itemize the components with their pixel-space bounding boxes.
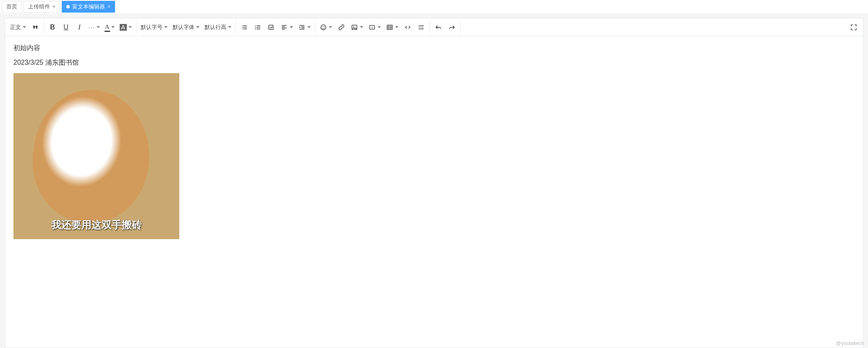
- emoji-button[interactable]: [317, 21, 335, 34]
- ordered-list-button[interactable]: [251, 21, 265, 34]
- chevron-down-icon: [97, 26, 100, 28]
- paragraph-label: 正文: [10, 24, 21, 31]
- code-button[interactable]: [401, 21, 414, 34]
- unordered-list-button[interactable]: [238, 21, 251, 34]
- image-caption: 我还要用这双手搬砖: [13, 218, 179, 232]
- bold-icon: B: [50, 24, 55, 31]
- tab-label: 首页: [6, 3, 17, 11]
- bg-color-button[interactable]: A: [117, 21, 134, 34]
- redo-icon: [448, 24, 456, 31]
- tabs-bar: 首页 上传组件 × 富文本编辑器 ×: [0, 0, 868, 13]
- align-icon: [281, 24, 288, 31]
- svg-rect-0: [269, 25, 273, 29]
- fontfamily-select[interactable]: 默认字体: [170, 21, 202, 34]
- chevron-down-icon: [378, 26, 381, 28]
- fontsize-select[interactable]: 默认字号: [138, 21, 170, 34]
- indent-button[interactable]: [296, 21, 313, 34]
- chevron-down-icon: [360, 26, 363, 28]
- content-image[interactable]: 我还要用这双手搬砖: [13, 73, 179, 239]
- code-icon: [404, 24, 412, 31]
- divider: [44, 21, 44, 34]
- fullscreen-icon: [850, 24, 858, 31]
- tab-label: 富文本编辑器: [72, 3, 105, 11]
- chevron-down-icon: [228, 26, 231, 28]
- tab-home[interactable]: 首页: [2, 1, 22, 13]
- chevron-down-icon: [307, 26, 311, 28]
- divider-button[interactable]: [414, 21, 428, 34]
- undo-icon: [435, 24, 442, 31]
- lineheight-label: 默认行高: [205, 24, 226, 31]
- underline-button[interactable]: U: [59, 21, 73, 34]
- image-button[interactable]: [348, 21, 366, 34]
- link-button[interactable]: [335, 21, 348, 34]
- chevron-down-icon: [164, 26, 168, 28]
- svg-point-3: [324, 26, 325, 27]
- content-line: 初始内容: [13, 44, 855, 53]
- tab-label: 上传组件: [28, 3, 50, 11]
- italic-icon: I: [78, 23, 81, 32]
- close-icon[interactable]: ×: [52, 4, 55, 10]
- lineheight-select[interactable]: 默认行高: [202, 21, 234, 34]
- divider: [460, 21, 461, 34]
- chevron-down-icon: [23, 26, 26, 28]
- chevron-down-icon: [395, 26, 399, 28]
- table-icon: [386, 24, 393, 31]
- divider: [315, 21, 315, 34]
- italic-button[interactable]: I: [73, 21, 86, 34]
- modified-dot-icon: [66, 5, 70, 8]
- content-line: 2023/3/25 浦东图书馆: [13, 58, 855, 67]
- video-icon: [368, 24, 376, 31]
- todo-button[interactable]: [265, 21, 278, 34]
- divider: [236, 21, 236, 34]
- bg-color-icon: A: [120, 24, 127, 31]
- link-icon: [338, 24, 345, 31]
- tab-richtext[interactable]: 富文本编辑器 ×: [62, 1, 115, 13]
- cat-illustration: [25, 82, 158, 230]
- tab-upload[interactable]: 上传组件 ×: [24, 1, 60, 13]
- divider: [430, 21, 430, 34]
- chevron-down-icon: [111, 26, 115, 28]
- font-color-button[interactable]: A: [102, 21, 117, 34]
- svg-rect-7: [387, 25, 392, 29]
- ol-icon: [254, 24, 262, 31]
- chevron-down-icon: [329, 26, 332, 28]
- fullscreen-button[interactable]: [847, 21, 860, 34]
- fontfamily-label: 默认字体: [173, 24, 194, 31]
- redo-button[interactable]: [445, 21, 459, 34]
- fontsize-label: 默认字号: [141, 24, 163, 31]
- svg-point-5: [353, 26, 354, 27]
- undo-button[interactable]: [432, 21, 445, 34]
- chevron-down-icon: [196, 26, 199, 28]
- editor-content[interactable]: 初始内容 2023/3/25 浦东图书馆 我还要用这双手搬砖: [5, 36, 863, 348]
- ul-icon: [241, 24, 248, 31]
- paragraph-select[interactable]: 正文: [8, 21, 29, 34]
- more-styles-button[interactable]: ···: [86, 21, 102, 34]
- watermark: @youlaitech: [836, 340, 864, 346]
- blockquote-button[interactable]: [29, 21, 42, 34]
- close-icon[interactable]: ×: [108, 4, 110, 10]
- hr-icon: [417, 24, 425, 31]
- divider: [136, 21, 136, 34]
- todo-icon: [267, 24, 275, 31]
- video-button[interactable]: [366, 21, 383, 34]
- emoji-icon: [320, 24, 327, 31]
- underline-icon: U: [63, 24, 68, 31]
- quote-icon: [31, 24, 39, 31]
- font-color-icon: A: [105, 24, 110, 31]
- chevron-down-icon: [128, 26, 132, 28]
- indent-icon: [298, 24, 306, 31]
- table-button[interactable]: [383, 21, 401, 34]
- editor: 正文 B U I ···: [5, 18, 863, 348]
- svg-point-1: [321, 25, 326, 30]
- toolbar: 正文 B U I ···: [5, 18, 863, 36]
- chevron-down-icon: [290, 26, 293, 28]
- align-button[interactable]: [278, 21, 296, 34]
- more-icon: ···: [89, 24, 95, 31]
- svg-point-2: [322, 26, 323, 27]
- bold-button[interactable]: B: [46, 21, 59, 34]
- image-icon: [351, 24, 358, 31]
